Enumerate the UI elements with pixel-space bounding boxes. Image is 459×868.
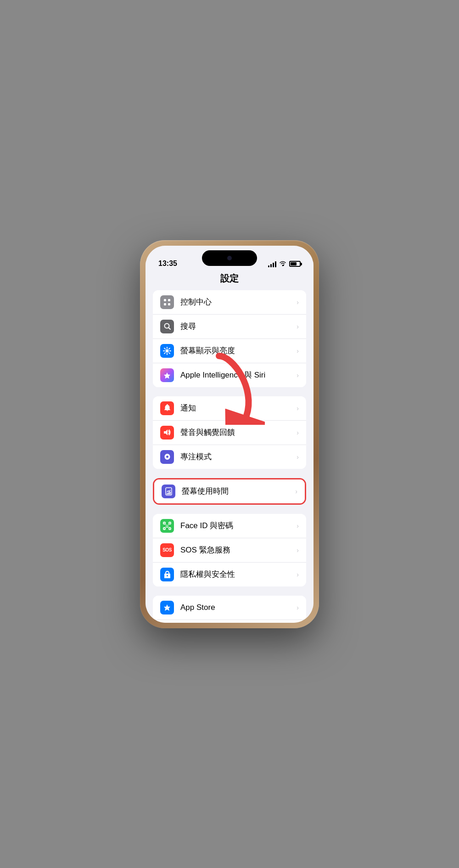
row-appstore[interactable]: App Store › bbox=[153, 596, 306, 620]
row-intelligence[interactable]: Apple Intelligence 與 Siri › bbox=[153, 363, 306, 387]
search-icon bbox=[160, 320, 174, 333]
faceid-label: Face ID 與密碼 bbox=[180, 520, 297, 531]
settings-section-2: 通知 › 聲音與觸覺回饋 › bbox=[153, 396, 306, 469]
focus-label: 專注模式 bbox=[180, 451, 297, 462]
battery-icon bbox=[289, 261, 301, 267]
svg-line-13 bbox=[164, 348, 165, 349]
svg-line-15 bbox=[169, 348, 170, 349]
chevron-icon: › bbox=[295, 488, 297, 495]
screen-time-label: 螢幕使用時間 bbox=[182, 486, 295, 496]
phone-screen: 13:35 bbox=[146, 246, 313, 623]
svg-point-26 bbox=[166, 524, 167, 525]
row-sos[interactable]: SOS SOS 緊急服務 › bbox=[153, 538, 306, 563]
chevron-icon: › bbox=[297, 604, 299, 611]
row-screen-time[interactable]: 螢幕使用時間 › bbox=[154, 479, 305, 503]
chevron-icon: › bbox=[297, 429, 299, 436]
row-faceid[interactable]: Face ID 與密碼 › bbox=[153, 514, 306, 538]
settings-section-3: Face ID 與密碼 › SOS SOS 緊急服務 › bbox=[153, 514, 306, 586]
svg-line-16 bbox=[164, 353, 165, 354]
svg-rect-3 bbox=[168, 299, 170, 301]
chevron-icon: › bbox=[297, 453, 299, 461]
svg-point-8 bbox=[166, 349, 169, 352]
sound-label: 聲音與觸覺回饋 bbox=[180, 427, 297, 438]
chevron-icon: › bbox=[297, 571, 299, 578]
chevron-icon: › bbox=[297, 547, 299, 554]
svg-rect-21 bbox=[169, 491, 171, 494]
wifi-icon bbox=[279, 260, 286, 268]
phone-frame: 13:35 bbox=[140, 240, 319, 628]
settings-section-4: App Store › 錢包與 Apple Pay › bbox=[153, 596, 306, 623]
control-center-label: 控制中心 bbox=[180, 297, 297, 307]
svg-rect-25 bbox=[169, 528, 171, 530]
appstore-label: App Store bbox=[180, 603, 297, 612]
notification-label: 通知 bbox=[180, 403, 297, 413]
svg-rect-20 bbox=[168, 492, 169, 495]
intelligence-icon bbox=[160, 368, 174, 382]
svg-point-17 bbox=[167, 404, 168, 406]
settings-list: 控制中心 › 搜尋 › bbox=[146, 290, 313, 623]
appstore-icon bbox=[160, 601, 174, 614]
row-wallet[interactable]: 錢包與 Apple Pay › bbox=[153, 620, 306, 623]
sound-icon bbox=[160, 426, 174, 440]
focus-icon bbox=[160, 450, 174, 464]
chevron-icon: › bbox=[297, 347, 299, 355]
page-title: 設定 bbox=[146, 271, 313, 290]
sos-text: SOS bbox=[162, 547, 172, 552]
svg-point-27 bbox=[168, 524, 169, 525]
status-icons bbox=[268, 260, 301, 268]
status-bar: 13:35 bbox=[146, 246, 313, 271]
dynamic-island bbox=[202, 250, 257, 266]
svg-rect-24 bbox=[163, 528, 165, 530]
sos-label: SOS 緊急服務 bbox=[180, 545, 297, 555]
status-time: 13:35 bbox=[158, 259, 177, 268]
svg-line-7 bbox=[168, 328, 170, 330]
row-notification[interactable]: 通知 › bbox=[153, 396, 306, 421]
settings-section-1: 控制中心 › 搜尋 › bbox=[153, 290, 306, 387]
display-label: 螢幕顯示與亮度 bbox=[180, 345, 297, 356]
svg-rect-4 bbox=[164, 303, 166, 305]
faceid-icon bbox=[160, 519, 174, 533]
svg-rect-5 bbox=[168, 303, 170, 305]
row-search[interactable]: 搜尋 › bbox=[153, 315, 306, 339]
row-control-center[interactable]: 控制中心 › bbox=[153, 290, 306, 315]
chevron-icon: › bbox=[297, 323, 299, 330]
svg-point-0 bbox=[282, 265, 284, 266]
svg-rect-23 bbox=[169, 522, 171, 524]
svg-rect-22 bbox=[163, 522, 165, 524]
display-icon bbox=[160, 344, 174, 358]
signal-icon bbox=[268, 261, 276, 267]
chevron-icon: › bbox=[297, 372, 299, 379]
privacy-label: 隱私權與安全性 bbox=[180, 569, 297, 580]
search-label: 搜尋 bbox=[180, 321, 297, 332]
settings-screen: 設定 bbox=[146, 271, 313, 623]
chevron-icon: › bbox=[297, 299, 299, 306]
privacy-icon bbox=[160, 568, 174, 581]
chevron-icon: › bbox=[297, 405, 299, 412]
screen-time-section: 螢幕使用時間 › bbox=[153, 478, 306, 505]
row-sound[interactable]: 聲音與觸覺回饋 › bbox=[153, 421, 306, 445]
control-center-icon bbox=[160, 295, 174, 309]
notification-icon bbox=[160, 401, 174, 415]
svg-rect-19 bbox=[167, 493, 168, 494]
row-privacy[interactable]: 隱私權與安全性 › bbox=[153, 563, 306, 586]
intelligence-label: Apple Intelligence 與 Siri bbox=[180, 370, 297, 380]
screen-time-icon bbox=[162, 485, 175, 498]
svg-rect-2 bbox=[164, 299, 166, 301]
chevron-icon: › bbox=[297, 522, 299, 530]
sos-icon: SOS bbox=[160, 543, 174, 557]
row-display[interactable]: 螢幕顯示與亮度 › bbox=[153, 339, 306, 363]
svg-line-14 bbox=[169, 353, 170, 354]
row-focus[interactable]: 專注模式 › bbox=[153, 445, 306, 469]
